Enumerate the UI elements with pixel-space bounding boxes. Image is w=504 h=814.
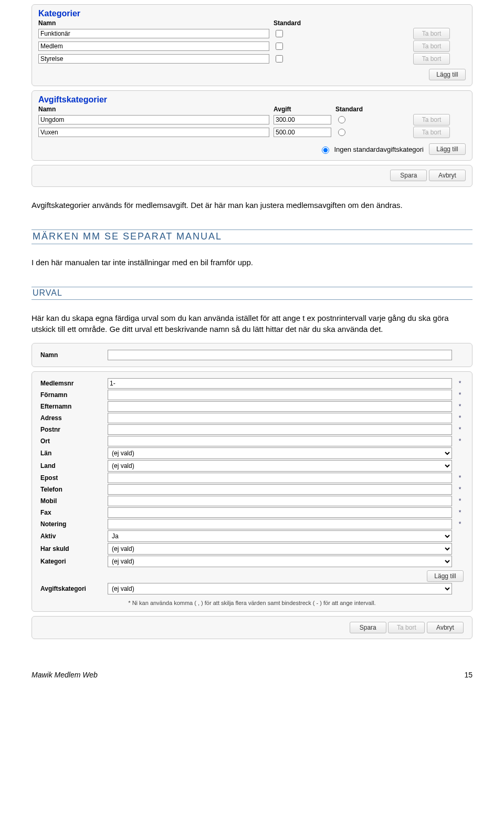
kategorier-title: Kategorier [38,9,466,18]
kategorier-delete-button[interactable]: Ta bort [413,53,450,65]
urval-field-label: Aktiv [40,533,103,540]
urval-field-row: Förnamn* [40,390,464,400]
urval-field-label: Förnamn [40,391,103,399]
urval-field-label: Kategori [40,558,103,565]
urval-field-label: Ort [40,437,103,445]
avgkat-header-namn: Namn [38,106,269,113]
kategorier-header-std: Standard [274,19,316,27]
avgkat-row: Ta bort [38,127,466,138]
urval-postnr-input[interactable] [108,424,452,435]
kategorier-name-input[interactable] [38,54,269,64]
urval-field-label: Notering [40,520,103,528]
save-button[interactable]: Spara [390,170,427,181]
urval-field-row: AktivJa [40,530,464,542]
required-star: * [456,403,464,410]
urval-field-row: Kategori(ej vald) [40,556,464,567]
avgiftskategorier-title: Avgiftskategorier [38,95,466,105]
urval-name-panel: Namn [32,343,472,367]
urval-actions-panel: Spara Ta bort Avbryt [32,616,472,639]
required-star: * [456,391,464,399]
urval-fields-panel: Medlemsnr*Förnamn*Efternamn*Adress*Postn… [32,371,472,612]
avgkat-standard-radio[interactable] [338,129,345,136]
required-star: * [456,509,464,516]
avgkat-name-input[interactable] [38,115,269,124]
urval-förnamn-input[interactable] [108,390,452,400]
urval-field-row: Land(ej vald) [40,460,464,472]
cancel-button[interactable]: Avbryt [429,170,466,181]
kategorier-standard-checkbox[interactable] [276,55,283,62]
paragraph-3: Här kan du skapa egna färdiga urval som … [32,312,472,335]
urval-field-label: Län [40,450,103,457]
urval-cancel-button[interactable]: Avbryt [427,622,464,633]
urval-field-label: Land [40,462,103,469]
urval-field-row: Telefon* [40,484,464,495]
avgkat-delete-button[interactable]: Ta bort [413,127,450,138]
urval-field-row: Adress* [40,413,464,423]
urval-hint: * Ni kan använda komma ( , ) för att ski… [40,600,464,606]
urval-namn-label: Namn [40,351,103,359]
kategorier-delete-button[interactable]: Ta bort [413,40,450,52]
kategorier-add-button[interactable]: Lägg till [429,69,466,80]
urval-delete-button[interactable]: Ta bort [388,622,425,633]
urval-field-label: Epost [40,474,103,482]
urval-namn-input[interactable] [108,350,452,360]
urval-avgkat-label: Avgiftskategori [40,585,103,592]
kategorier-standard-checkbox[interactable] [276,30,283,37]
urval-field-label: Medlemsnr [40,380,103,387]
urval-kategori-select[interactable]: (ej vald) [108,556,452,567]
urval-har skuld-select[interactable]: (ej vald) [108,543,452,555]
urval-aktiv-select[interactable]: Ja [108,530,452,542]
kategorier-row: Ta bort [38,53,466,65]
avgiftskategorier-panel: Avgiftskategorier Namn Avgift Standard T… [32,90,472,161]
urval-adress-input[interactable] [108,413,452,423]
kategorier-delete-button[interactable]: Ta bort [413,28,450,39]
urval-medlemsnr-input[interactable] [108,378,452,389]
urval-field-row: Mobil* [40,496,464,506]
kategorier-row: Ta bort [38,40,466,52]
urval-land-select[interactable]: (ej vald) [108,460,452,472]
avgkat-delete-button[interactable]: Ta bort [413,114,450,126]
urval-field-label: Telefon [40,486,103,493]
urval-field-row: Medlemsnr* [40,378,464,389]
avgkat-name-input[interactable] [38,128,269,137]
urval-län-select[interactable]: (ej vald) [108,447,452,459]
urval-field-row: Notering* [40,519,464,529]
required-star: * [456,474,464,482]
avgkat-row: Ta bort [38,114,466,126]
no-default-fee-radio[interactable] [322,147,329,154]
urval-field-row: Fax* [40,507,464,518]
save-cancel-panel: Spara Avbryt [32,165,472,187]
urval-mobil-input[interactable] [108,496,452,506]
footer-right: 15 [464,671,472,679]
kategorier-name-input[interactable] [38,41,269,51]
urval-avgkat-select[interactable]: (ej vald) [108,583,452,594]
urval-notering-input[interactable] [108,519,452,529]
avgkat-fee-input[interactable] [274,128,331,137]
avgkat-fee-input[interactable] [274,115,331,124]
avgkat-header-std: Standard [335,106,377,113]
kategorier-standard-checkbox[interactable] [276,43,283,50]
urval-field-row: Efternamn* [40,401,464,412]
kategorier-name-input[interactable] [38,29,269,38]
urval-epost-input[interactable] [108,473,452,483]
kategorier-panel: Kategorier Namn Standard Ta bortTa bortT… [32,4,472,86]
avgkat-add-button[interactable]: Lägg till [429,143,466,155]
no-default-fee-label: Ingen standardavgiftskategori [334,145,424,153]
urval-field-label: Fax [40,509,103,516]
urval-telefon-input[interactable] [108,484,452,495]
required-star: * [456,414,464,422]
kategorier-header-namn: Namn [38,19,269,27]
paragraph-1: Avgiftskategorier används för medlemsavg… [32,200,472,211]
urval-kategori-add-button[interactable]: Lägg till [427,570,464,582]
urval-field-row: Ort* [40,436,464,446]
required-star: * [456,426,464,433]
urval-fax-input[interactable] [108,507,452,518]
urval-save-button[interactable]: Spara [350,622,386,633]
avgkat-standard-radio[interactable] [338,116,345,123]
urval-field-row: Har skuld(ej vald) [40,543,464,555]
required-star: * [456,437,464,445]
required-star: * [456,486,464,493]
paragraph-2: I den här manualen tar inte inställninga… [32,257,472,268]
urval-efternamn-input[interactable] [108,401,452,412]
urval-ort-input[interactable] [108,436,452,446]
